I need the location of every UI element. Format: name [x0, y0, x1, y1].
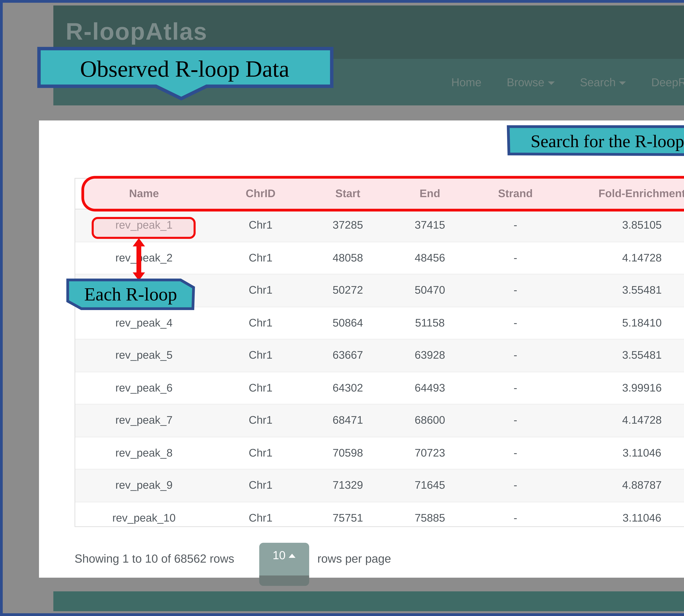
table-header-row: Name ChrID Start End Strand Fold-Enrichm… [75, 179, 684, 210]
cell-chrid: Chr1 [213, 242, 309, 274]
table-row[interactable]: rev_peak_8Chr17059870723-3.110466.121494… [75, 436, 684, 469]
search-callout-label: Search for the R-loop [531, 131, 684, 151]
cell-chrid: Chr1 [213, 274, 309, 306]
chevron-up-icon [289, 554, 296, 558]
cell-end: 71645 [387, 469, 473, 501]
page-size-value: 10 [273, 549, 286, 563]
col-header-chrid[interactable]: ChrID [213, 179, 309, 209]
table-row[interactable]: rev_peak_9Chr17132971645-4.8878714.28395… [75, 469, 684, 501]
cell-fold-enrichment: 5.18410 [558, 307, 684, 339]
cell-fold-enrichment: 4.14728 [558, 242, 684, 274]
cell-end: 70723 [387, 437, 473, 469]
table-row[interactable]: rev_peak_1Chr13728537415-3.851059.246347… [75, 210, 684, 241]
cell-start: 68471 [309, 404, 387, 436]
cell-strand: - [473, 242, 558, 274]
nav-deeprlooppre[interactable]: DeepRloopPre [651, 76, 684, 89]
cell-chrid: Chr1 [213, 210, 309, 241]
cell-start: 75751 [309, 502, 387, 534]
cell-strand: - [473, 307, 558, 339]
cell-name[interactable]: rev_peak_8 [75, 437, 213, 469]
cell-end: 64493 [387, 372, 473, 404]
cell-name[interactable]: rev_peak_5 [75, 339, 213, 371]
nav-browse[interactable]: Browse [507, 76, 554, 89]
cell-end: 63928 [387, 339, 473, 371]
main-nav: Home Browse Search DeepRloopPre Tools He… [395, 59, 684, 105]
page-size-dropdown[interactable]: 10 [259, 543, 309, 586]
cell-strand: - [473, 437, 558, 469]
callout-each-rloop: Each R-loop [66, 278, 197, 311]
table-row[interactable]: rev_peak_10Chr17575175885-3.110466.12149… [75, 501, 684, 534]
cell-strand: - [473, 404, 558, 436]
chevron-down-icon [548, 81, 554, 85]
cell-end: 51158 [387, 307, 473, 339]
cell-start: 50864 [309, 307, 387, 339]
cell-name[interactable]: rev_peak_1 [75, 210, 213, 241]
cell-strand: - [473, 339, 558, 371]
cell-end: 50470 [387, 274, 473, 306]
table-row[interactable]: rev_peak_4Chr15086451158-5.1841015.84475… [75, 306, 684, 339]
cell-name[interactable]: rev_peak_9 [75, 469, 213, 501]
nav-search[interactable]: Search [580, 76, 626, 89]
col-header-start[interactable]: Start [309, 179, 387, 209]
cell-end: 75885 [387, 502, 473, 534]
cell-strand: - [473, 274, 558, 306]
cell-fold-enrichment: 3.55481 [558, 339, 684, 371]
cell-start: 37285 [309, 210, 387, 241]
col-header-strand[interactable]: Strand [473, 179, 558, 209]
rows-per-page-label: rows per page [317, 552, 391, 566]
chevron-down-icon [619, 81, 626, 85]
callout-search: Search for the R-loop [506, 125, 684, 157]
table-row[interactable]: rev_peak_6Chr16430264493-3.999169.921988… [75, 371, 684, 404]
cell-end: 48456 [387, 242, 473, 274]
cell-chrid: Chr1 [213, 372, 309, 404]
cell-chrid: Chr1 [213, 404, 309, 436]
cell-fold-enrichment: 3.11046 [558, 437, 684, 469]
table-body: rev_peak_1Chr13728537415-3.851059.246347… [75, 210, 684, 534]
page-title: Observed R-loop Data [80, 56, 289, 82]
row-callout-label: Each R-loop [84, 284, 177, 304]
cell-start: 63667 [309, 339, 387, 371]
cell-start: 50272 [309, 274, 387, 306]
cell-chrid: Chr1 [213, 307, 309, 339]
cell-name[interactable]: rev_peak_10 [75, 502, 213, 534]
cell-fold-enrichment: 4.88787 [558, 469, 684, 501]
cell-fold-enrichment: 4.14728 [558, 404, 684, 436]
col-header-end[interactable]: End [387, 179, 473, 209]
table-row[interactable]: rev_peak_5Chr16366763928-3.554817.943806… [75, 339, 684, 371]
cell-end: 37415 [387, 210, 473, 241]
cell-start: 48058 [309, 242, 387, 274]
footer-bar [53, 591, 684, 611]
callout-page-title: Observed R-loop Data [37, 47, 335, 103]
pagination-summary: Showing 1 to 10 of 68562 rows [74, 552, 234, 566]
screenshot-stage: R-loopAtlas Home Browse Search DeepRloop… [0, 0, 684, 616]
cell-start: 71329 [309, 469, 387, 501]
cell-start: 64302 [309, 372, 387, 404]
cell-chrid: Chr1 [213, 502, 309, 534]
cell-chrid: Chr1 [213, 469, 309, 501]
annotation-arrow-row [130, 238, 148, 281]
table-row[interactable]: rev_peak_7Chr16847168600-4.1472810.61311… [75, 404, 684, 436]
rloop-table: Name ChrID Start End Strand Fold-Enrichm… [74, 178, 684, 527]
cell-strand: - [473, 372, 558, 404]
cell-name[interactable]: rev_peak_6 [75, 372, 213, 404]
cell-strand: - [473, 469, 558, 501]
cell-start: 70598 [309, 437, 387, 469]
cell-strand: - [473, 502, 558, 534]
cell-fold-enrichment: 3.55481 [558, 274, 684, 306]
cell-fold-enrichment: 3.11046 [558, 502, 684, 534]
table-row[interactable]: rev_peak_2Chr14805848456-4.1472810.61311… [75, 241, 684, 274]
cell-fold-enrichment: 3.99916 [558, 372, 684, 404]
cell-strand: - [473, 210, 558, 241]
brand-logo[interactable]: R-loopAtlas [66, 18, 207, 45]
col-header-fold-enrichment[interactable]: Fold-Enrichment [558, 179, 684, 209]
browser-canvas: R-loopAtlas Home Browse Search DeepRloop… [0, 0, 684, 616]
cell-chrid: Chr1 [213, 339, 309, 371]
cell-name[interactable]: rev_peak_4 [75, 307, 213, 339]
cell-fold-enrichment: 3.85105 [558, 210, 684, 241]
nav-home[interactable]: Home [451, 76, 481, 89]
cell-chrid: Chr1 [213, 437, 309, 469]
col-header-name[interactable]: Name [75, 179, 213, 209]
cell-end: 68600 [387, 404, 473, 436]
cell-name[interactable]: rev_peak_7 [75, 404, 213, 436]
